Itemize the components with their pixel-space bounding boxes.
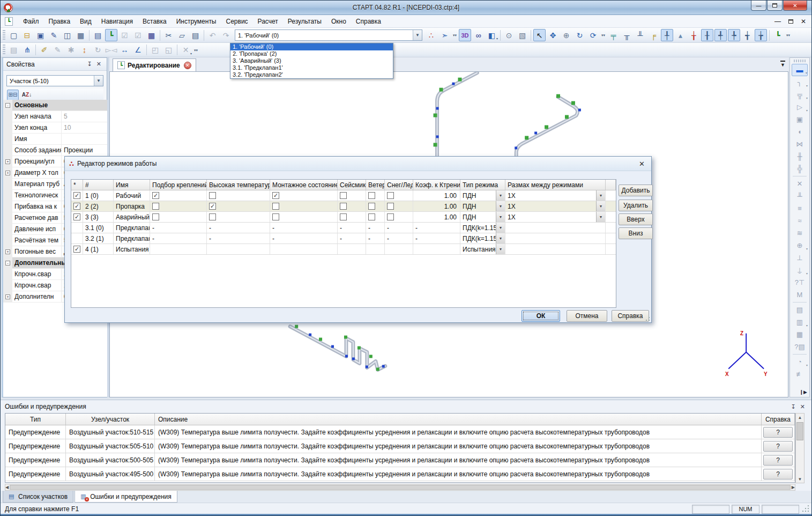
warning-row[interactable]: ПредупреждениеВоздушный участок:500-505(… [5, 453, 795, 467]
scroll-right-icon[interactable]: ▶ [792, 485, 795, 490]
cancel-button[interactable]: Отмена [567, 310, 607, 322]
modes-column-header[interactable]: # [83, 180, 114, 190]
erection-state-checkbox[interactable]: ✓ [272, 192, 279, 199]
property-row[interactable]: Имя [3, 134, 108, 145]
mode-span-select[interactable]: 1X▾ [505, 190, 606, 201]
chevron-down-icon[interactable]: ▾ [496, 190, 505, 201]
active-checkbox[interactable]: ✓ [73, 203, 80, 210]
modes-column-header[interactable]: Размах между режимами [505, 180, 606, 190]
new-file-icon[interactable]: ▢ [8, 29, 20, 41]
wind-cell[interactable] [366, 201, 385, 211]
mode-option[interactable]: 3.2. 'Предклапан2' [230, 71, 393, 78]
mode-option[interactable]: 2. 'Пропарка' (2) [230, 50, 393, 57]
support-tool-1-icon[interactable]: ╤ [607, 29, 620, 41]
toolbar-overflow-icon[interactable]: ▾▾ [600, 29, 607, 41]
menu-Вид[interactable]: Вид [75, 16, 96, 27]
modes-column-header[interactable]: Монтажное состояние [270, 180, 338, 190]
insulation-tool-icon[interactable]: ≢ [792, 368, 808, 380]
redo-icon[interactable]: ↷ [220, 29, 232, 41]
active-cell[interactable]: ✓ [71, 190, 83, 201]
support-selection-cell[interactable]: - [150, 223, 207, 233]
copy-icon[interactable]: ▱ [176, 29, 188, 41]
mode-option[interactable]: 1. 'Рабочий' (0) [230, 43, 393, 50]
mode-row[interactable]: 3.2 (1)Предклапан2-------ПДК(k=1.15)▾ [71, 233, 616, 244]
pin-icon[interactable]: ↧ [789, 403, 798, 410]
snow-ice-cell[interactable] [385, 244, 413, 254]
mode-option[interactable]: 3.1. 'Предклапан1' [230, 64, 393, 71]
element-selector[interactable]: Участок (5-10) ▼ [6, 75, 103, 86]
modes-editor-icon[interactable]: ∴ [425, 29, 437, 41]
modes-column-header[interactable]: Коэф. к Ктрения [413, 180, 460, 190]
mode-name[interactable]: Предклапан1 [114, 223, 150, 233]
high-temperature-cell[interactable] [207, 244, 270, 254]
chevron-down-icon[interactable]: ▾ [596, 190, 605, 201]
warning-row[interactable]: ПредупреждениеВоздушный участок:510-515(… [5, 425, 795, 439]
chevron-down-icon[interactable]: ▾ [190, 51, 192, 55]
delete-button[interactable]: Удалить [619, 200, 653, 211]
modes-column-header[interactable]: Сейсмика [338, 180, 366, 190]
support-tool-6-icon[interactable]: ▴ [674, 29, 687, 41]
zoom-window-icon[interactable]: ⊙ [503, 29, 515, 41]
edit-nodes-icon[interactable]: ✱ [65, 44, 77, 56]
seismic-cell[interactable]: - [338, 233, 366, 244]
group-paste-icon[interactable]: ◱ [162, 44, 175, 56]
chevron-down-icon[interactable]: ▼ [413, 30, 422, 40]
ok-button[interactable]: ОК [522, 310, 560, 322]
bottom-tab-sections[interactable]: ▤Список участков [3, 491, 73, 503]
active-cell[interactable]: ✓ [71, 212, 83, 222]
collapse-icon[interactable]: - [5, 261, 10, 266]
warning-help-button[interactable]: ? [763, 427, 793, 438]
erection-state-cell[interactable] [270, 201, 338, 211]
modes-column-header[interactable]: * [71, 180, 83, 190]
warning-row[interactable]: ПредупреждениеВоздушный участок:495-500(… [5, 467, 795, 481]
snow-ice-cell[interactable] [385, 201, 413, 211]
friction-coef[interactable] [413, 244, 460, 254]
snow-ice-cell[interactable]: - [385, 233, 413, 244]
friction-coef[interactable]: - [413, 233, 460, 244]
support-tool-9-icon[interactable]: ╃ [714, 29, 727, 41]
snow-ice-checkbox[interactable] [387, 213, 394, 220]
gauge-tool-icon[interactable]: ◔▾ [792, 356, 808, 368]
support-selection-checkbox[interactable] [152, 213, 159, 220]
tab-editing[interactable]: ┗ Редактирование ✕ [113, 58, 196, 71]
scroll-thumb[interactable] [796, 422, 803, 440]
erection-state-checkbox[interactable] [272, 203, 279, 210]
high-temperature-cell[interactable] [207, 190, 270, 201]
help-pointer-icon[interactable]: ➣ [438, 29, 451, 41]
zoom-extents-icon[interactable]: ▧ [516, 29, 528, 41]
chevron-down-icon[interactable]: ▾ [496, 201, 505, 211]
zoom-icon[interactable]: ⊕ [560, 29, 572, 41]
support-selection-checkbox[interactable] [152, 203, 159, 210]
dimension-icon[interactable]: ↔ [118, 44, 131, 56]
move-up-button[interactable]: Вверх [619, 213, 653, 225]
toolbar-overflow-icon[interactable]: ▾▾ [192, 44, 199, 56]
menu-Расчет[interactable]: Расчет [253, 16, 283, 27]
errors-column-header[interactable]: Узел/участок [66, 414, 155, 425]
mode-name[interactable]: Аварийный [114, 212, 150, 222]
pan-icon[interactable]: ✥ [547, 29, 559, 41]
wind-cell[interactable]: - [366, 223, 385, 233]
seismic-checkbox[interactable] [340, 192, 347, 199]
bellows-custom-tool-icon[interactable]: ?▤ [792, 341, 808, 353]
property-category[interactable]: -Основные [3, 100, 108, 111]
friction-coef[interactable]: 1.00 [413, 190, 460, 201]
sort-az-button[interactable]: AZ↓ [21, 90, 33, 100]
modes-column-header[interactable]: Подбор креплений [150, 180, 207, 190]
warning-row[interactable]: ПредупреждениеВоздушный участок:505-510(… [5, 439, 795, 453]
seismic-cell[interactable] [338, 201, 366, 211]
tee-tool-icon[interactable]: ╦▾ [792, 89, 808, 101]
print-icon[interactable]: ▦ [75, 29, 87, 41]
view-3d-icon[interactable]: 3D [459, 29, 471, 41]
support-selection-checkbox[interactable]: ✓ [152, 192, 159, 199]
mode-type-select[interactable]: ПДН▾ [460, 212, 505, 222]
cut-icon[interactable]: ✂ [162, 29, 175, 41]
snow-ice-cell[interactable] [385, 190, 413, 201]
chevron-down-icon[interactable]: ▾ [496, 212, 505, 222]
half-pipe-tool-icon[interactable]: ◖ [792, 126, 808, 138]
property-value[interactable] [62, 134, 108, 144]
menu-Окно[interactable]: Окно [326, 16, 351, 27]
mode-type-select[interactable]: Испытания▾ [460, 244, 505, 254]
rotate-element-icon[interactable]: ↻ [92, 44, 104, 56]
chevron-down-icon[interactable]: ▾ [496, 223, 505, 233]
high-temperature-cell[interactable]: - [207, 223, 270, 233]
